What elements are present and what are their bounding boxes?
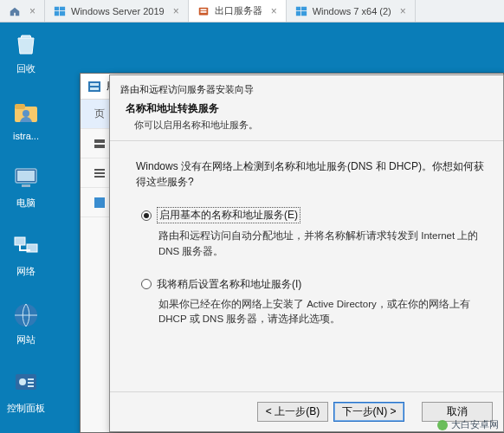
svg-rect-15: [17, 171, 35, 181]
svg-rect-12: [15, 104, 25, 109]
tab-windows-server-2019[interactable]: Windows Server 2019 ×: [45, 0, 189, 22]
svg-rect-33: [94, 197, 105, 208]
rras-setup-wizard: 路由和远程访问服务器安装向导 名称和地址转换服务 你可以启用名称和地址服务。 W…: [109, 74, 504, 432]
icon-label: 网络: [6, 265, 46, 278]
server-icon: [93, 137, 107, 151]
close-icon[interactable]: ×: [29, 5, 36, 17]
next-button[interactable]: 下一步(N) >: [333, 402, 404, 422]
tab-outbound-server[interactable]: 出口服务器 ×: [189, 0, 287, 22]
wizard-lead-text: Windows 没有在网络上检测到名称和地址服务(DNS 和 DHCP)。你想如…: [136, 158, 484, 190]
svg-rect-2: [55, 11, 59, 16]
network-icon: [11, 232, 41, 262]
svg-rect-25: [88, 81, 100, 92]
svg-rect-8: [301, 6, 307, 10]
option-setup-later[interactable]: 我将稍后设置名称和地址服务(I) 如果你已经在你的网络上安装了 Active D…: [136, 277, 484, 328]
option-label: 启用基本的名称和地址服务(E): [157, 207, 300, 223]
svg-rect-5: [200, 9, 206, 10]
option-enable-basic-services[interactable]: 启用基本的名称和地址服务(E) 路由和远程访问自动分配地址，并将名称解析请求转发…: [136, 207, 484, 260]
option-description: 如果你已经在你的网络上安装了 Active Directory，或在你的网络上有…: [141, 297, 484, 328]
icon-label: 控制面板: [6, 402, 46, 415]
svg-rect-10: [301, 11, 307, 16]
svg-rect-26: [90, 83, 99, 86]
icon-label: 电脑: [6, 197, 46, 210]
wizard-header: 名称和地址转换服务 你可以启用名称和地址服务。: [110, 98, 503, 141]
wizard-titlebar[interactable]: 路由和远程访问服务器安装向导: [110, 75, 503, 98]
user-folder-icon: [11, 98, 41, 127]
close-icon[interactable]: ×: [400, 5, 406, 17]
svg-rect-23: [28, 382, 34, 384]
control-panel-icon: [11, 369, 41, 398]
svg-rect-1: [60, 6, 65, 10]
icon-label: 回收: [6, 62, 46, 75]
svg-rect-9: [296, 11, 300, 16]
svg-rect-0: [55, 6, 59, 10]
svg-point-21: [19, 378, 26, 385]
desktop-icon-network[interactable]: 网络: [6, 232, 46, 278]
wizard-heading: 名称和地址转换服务: [126, 101, 488, 116]
icon-label: 网站: [6, 333, 46, 346]
icon-label: istra...: [6, 131, 46, 141]
tab-windows7-x64-2[interactable]: Windows 7 x64 (2) ×: [287, 0, 416, 22]
role-icon: [93, 196, 107, 210]
radio-button[interactable]: [141, 210, 152, 221]
server-icon: [197, 5, 210, 17]
svg-rect-6: [200, 11, 206, 13]
wizard-subheading: 你可以启用名称和地址服务。: [126, 119, 488, 132]
svg-rect-28: [94, 139, 105, 143]
svg-rect-32: [94, 176, 105, 178]
svg-rect-16: [22, 184, 30, 187]
tab-label: Windows Server 2019: [71, 6, 165, 16]
tab-label: 出口服务器: [215, 4, 262, 17]
tab-home[interactable]: ×: [0, 0, 45, 22]
svg-rect-3: [60, 11, 65, 16]
svg-rect-30: [94, 169, 105, 171]
vm-tab-bar: × Windows Server 2019 × 出口服务器 × Windows …: [0, 0, 504, 23]
list-icon: [93, 166, 107, 180]
windows-icon: [295, 5, 307, 17]
svg-rect-31: [94, 172, 105, 174]
svg-rect-17: [15, 237, 25, 245]
home-icon: [9, 5, 21, 17]
svg-rect-7: [296, 6, 300, 10]
tab-label: Windows 7 x64 (2): [313, 6, 391, 16]
radio-button[interactable]: [141, 279, 152, 289]
close-icon[interactable]: ×: [173, 5, 179, 17]
watermark-text: 大白安卓网: [451, 418, 499, 431]
desktop-icon-control-panel[interactable]: 控制面板: [6, 369, 46, 415]
option-description: 路由和远程访问自动分配地址，并将名称解析请求转发到 Internet 上的 DN…: [141, 229, 484, 260]
desktop-icon-recycle-bin[interactable]: 回收: [6, 29, 46, 75]
desktop-icon-administrator[interactable]: istra...: [6, 98, 46, 141]
close-icon[interactable]: ×: [271, 5, 277, 17]
windows-icon: [54, 5, 66, 17]
desktop-icon-sites[interactable]: 网站: [6, 301, 46, 346]
watermark: 大白安卓网: [437, 418, 499, 431]
back-button[interactable]: < 上一步(B): [257, 402, 328, 422]
option-label: 我将稍后设置名称和地址服务(I): [157, 277, 301, 292]
wizard-body: Windows 没有在网络上检测到名称和地址服务(DNS 和 DHCP)。你想如…: [110, 141, 503, 391]
desktop-icon-this-pc[interactable]: 电脑: [6, 164, 46, 210]
recycle-bin-icon: [11, 29, 41, 59]
svg-rect-27: [90, 87, 99, 90]
svg-rect-22: [28, 378, 34, 380]
svg-point-13: [23, 110, 29, 117]
svg-rect-29: [94, 145, 105, 148]
globe-icon: [11, 301, 41, 330]
desktop: 回收 istra... 电脑 网络 网站 控制面板: [0, 23, 52, 433]
wizard-window-title: 路由和远程访问服务器安装向导: [120, 83, 254, 96]
svg-rect-24: [28, 385, 34, 387]
server-manager-icon: [87, 80, 101, 94]
computer-icon: [11, 164, 41, 193]
watermark-dot-icon: [437, 420, 448, 430]
